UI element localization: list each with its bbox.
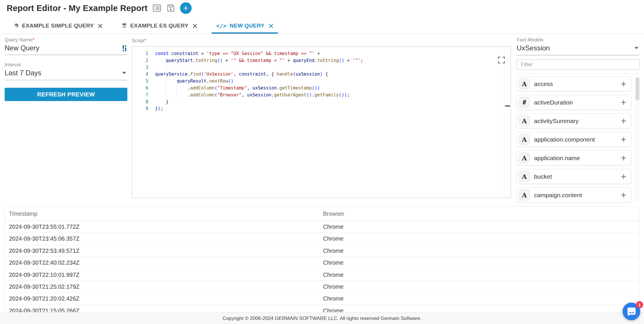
table-row: 2024-09-30T22:40:02.234ZChrome	[5, 257, 639, 269]
interval-value: Last 7 Days	[5, 69, 41, 77]
fact-model-item[interactable]: #activeDuration+	[517, 95, 631, 110]
divider	[517, 74, 640, 74]
indent-guide	[166, 57, 166, 71]
text-type-icon: A	[519, 116, 530, 126]
query-panel: Query Name* Interval Last 7 Days REFRESH…	[5, 37, 127, 101]
code-line: });	[155, 105, 502, 112]
bars-icon[interactable]	[122, 45, 127, 52]
add-field-button[interactable]: +	[621, 98, 626, 107]
indent-guide	[177, 85, 177, 99]
add-field-button[interactable]: +	[621, 153, 626, 163]
fullscreen-icon[interactable]	[498, 56, 505, 64]
add-field-button[interactable]: +	[621, 190, 626, 200]
code-line: queryService.find('UxSession', constrain…	[155, 71, 502, 78]
line-number: 7	[132, 92, 148, 99]
fact-model-name: bucket	[534, 173, 552, 180]
code-line: }	[155, 99, 502, 106]
table-row: 2024-09-30T21:20:02.426ZChrome	[5, 293, 639, 305]
add-button[interactable]: +	[180, 2, 192, 14]
database-icon	[122, 23, 127, 29]
line-number: 6	[132, 85, 148, 92]
fact-model-name: access	[534, 80, 553, 87]
text-type-icon: A	[519, 190, 530, 200]
query-name-input[interactable]	[5, 44, 120, 52]
copyright-text: Copyright © 2006-2024 GERMAIN SOFTWARE L…	[223, 316, 421, 321]
interval-select[interactable]: Last 7 Days	[5, 69, 127, 80]
required-asterisk: *	[144, 38, 146, 43]
fact-model-item[interactable]: Aapplication.name+	[517, 151, 631, 165]
browser-cell: Chrome	[323, 269, 639, 281]
table-row: 2024-09-30T21:15:05.266ZChrome	[5, 305, 639, 313]
number-type-icon: #	[519, 97, 530, 108]
script-editor[interactable]: 123456789 const constraint = 'type == "U…	[132, 46, 511, 198]
tab-example-simple-query[interactable]: EXAMPLE SIMPLE QUERY	[9, 18, 107, 34]
table-row: 2024-09-30T22:53:49.571ZChrome	[5, 245, 639, 257]
report-list-icon[interactable]	[152, 3, 162, 13]
browser-cell: Chrome	[323, 221, 639, 233]
browser-cell: Chrome	[323, 245, 639, 257]
timestamp-cell: 2024-09-30T21:20:02.426Z	[9, 293, 323, 305]
gear-icon	[13, 23, 19, 29]
fact-model-name: campaign.content	[534, 192, 582, 199]
fact-model-item[interactable]: Aapplication.component+	[517, 132, 631, 147]
fact-model-name: application.name	[534, 155, 580, 162]
table-row: 2024-09-30T23:45:06.357ZChrome	[5, 233, 639, 245]
fact-model-item[interactable]: Aaccess+	[517, 76, 631, 91]
code-line: .addColumn("Browser", uxSession.getUserA…	[155, 92, 502, 99]
text-type-icon: A	[519, 153, 530, 163]
close-icon[interactable]	[269, 24, 273, 28]
add-field-button[interactable]: +	[621, 79, 626, 89]
scrollbar-thumb[interactable]	[636, 77, 639, 100]
add-field-button[interactable]: +	[621, 116, 626, 126]
preview-table: TimestampBrowser 2024-09-30T23:55:01.772…	[5, 206, 639, 313]
browser-cell: Chrome	[323, 233, 639, 245]
line-number: 8	[132, 99, 148, 106]
interval-label: Interval	[5, 62, 127, 68]
fact-models-label: Fact Models	[517, 37, 640, 43]
footer: Copyright © 2006-2024 GERMAIN SOFTWARE L…	[0, 312, 644, 324]
tab-label: NEW QUERY	[230, 23, 265, 29]
close-icon[interactable]	[193, 24, 197, 28]
tab-example-es-query[interactable]: EXAMPLE ES QUERY	[117, 18, 202, 34]
code-line: queryResult.nextRow()	[155, 78, 502, 85]
fact-model-item[interactable]: Acampaign.content+	[517, 188, 631, 202]
add-field-button[interactable]: +	[621, 135, 626, 144]
code-line: queryStart.toString() + '" && timestamp …	[155, 57, 502, 64]
table-row: 2024-09-30T21:25:02.179ZChrome	[5, 281, 639, 293]
browser-cell: Chrome	[323, 293, 639, 305]
fact-model-item[interactable]: Abucket+	[517, 169, 631, 184]
line-number: 5	[132, 78, 148, 85]
table-body: 2024-09-30T23:55:01.772ZChrome2024-09-30…	[5, 221, 639, 313]
overview-ruler	[504, 47, 504, 198]
timestamp-cell: 2024-09-30T22:53:49.571Z	[9, 245, 323, 257]
tab-new-query[interactable]: </>NEW QUERY	[212, 18, 278, 34]
timestamp-cell: 2024-09-30T22:40:02.234Z	[9, 257, 323, 269]
fact-model-item[interactable]: AactivitySummary+	[517, 114, 631, 128]
timestamp-cell: 2024-09-30T21:15:05.266Z	[9, 305, 323, 313]
table-row: 2024-09-30T22:10:01.997ZChrome	[5, 269, 639, 281]
close-icon[interactable]	[98, 24, 102, 28]
save-icon[interactable]	[166, 3, 175, 13]
browser-cell: Chrome	[323, 281, 639, 293]
scrollbar-track	[635, 76, 640, 203]
browser-cell: Chrome	[323, 257, 639, 269]
line-number: 3	[132, 64, 148, 71]
column-header: Browser	[323, 207, 639, 221]
timestamp-cell: 2024-09-30T21:25:02.179Z	[9, 281, 323, 293]
timestamp-cell: 2024-09-30T23:55:01.772Z	[9, 221, 323, 233]
table-header-row: TimestampBrowser	[5, 207, 639, 221]
chevron-down-icon	[634, 47, 639, 49]
app-header: Report Editor - My Example Report +	[7, 2, 192, 14]
column-header: Timestamp	[9, 207, 323, 221]
code-area[interactable]: const constraint = 'type == "UX Session"…	[155, 50, 502, 112]
line-number: 9	[132, 105, 148, 112]
indent-guide	[166, 78, 166, 105]
timestamp-cell: 2024-09-30T22:10:01.997Z	[9, 269, 323, 281]
filter-input[interactable]	[517, 59, 640, 70]
refresh-preview-button[interactable]: REFRESH PREVIEW	[5, 88, 127, 101]
fact-model-select[interactable]: UxSession	[517, 44, 640, 55]
page-title: Report Editor - My Example Report	[7, 3, 148, 13]
tab-label: EXAMPLE ES QUERY	[130, 23, 188, 29]
fact-model-name: activitySummary	[534, 118, 579, 125]
add-field-button[interactable]: +	[621, 172, 626, 181]
